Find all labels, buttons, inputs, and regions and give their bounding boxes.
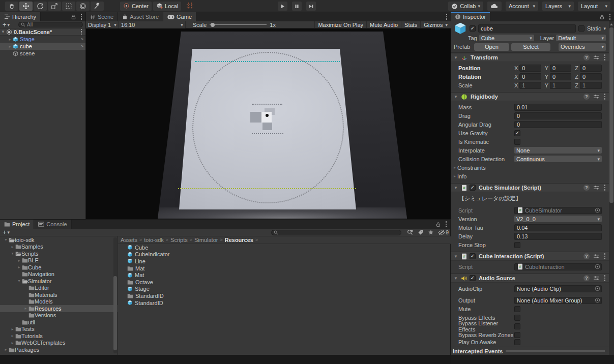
- tree-item-scripts[interactable]: ▾Scripts: [0, 250, 118, 257]
- object-field[interactable]: #CubeInteraction: [514, 263, 602, 270]
- vector-value[interactable]: 0: [550, 73, 571, 80]
- vector-value[interactable]: 1: [519, 82, 541, 89]
- panel-menu-icon[interactable]: [79, 14, 83, 20]
- property-checkbox[interactable]: [514, 339, 520, 345]
- file-item-cube[interactable]: Cube: [118, 244, 451, 251]
- property-row-interpolate[interactable]: InterpolateNone▾: [451, 146, 609, 155]
- property-checkbox[interactable]: [514, 139, 520, 145]
- property-row-scale[interactable]: ScaleX1Y1Z1: [451, 81, 609, 89]
- tree-item-webgltemplates[interactable]: ▸WebGLTemplates: [0, 340, 118, 347]
- vector-field-y[interactable]: Y0: [545, 65, 572, 72]
- tree-scrollbar[interactable]: [113, 237, 117, 353]
- property-row-delay[interactable]: Delay0.13: [451, 232, 609, 240]
- file-item-standardid[interactable]: StandardID: [118, 299, 451, 307]
- component-header-rigidbody[interactable]: ▼Rigidbody?: [451, 92, 609, 101]
- tree-item-tests[interactable]: ▸Tests: [0, 326, 118, 333]
- pause-button[interactable]: [292, 2, 302, 11]
- help-icon[interactable]: ?: [583, 94, 590, 100]
- property-row-motor-tau[interactable]: Motor Tau0.04: [451, 223, 609, 232]
- project-create-button[interactable]: +▾: [3, 230, 10, 235]
- property-row-bypass-listener-effects[interactable]: Bypass Listener Effects: [451, 322, 609, 330]
- vector-field-y[interactable]: Y0: [545, 73, 572, 80]
- tab-asset-store[interactable]: Asset Store: [118, 12, 163, 21]
- scale-slider[interactable]: [210, 24, 267, 25]
- object-field[interactable]: None (Audio Mixer Group): [514, 297, 602, 304]
- expander-icon[interactable]: ▸: [452, 174, 457, 178]
- game-button-stats[interactable]: Stats: [401, 21, 420, 28]
- value-field[interactable]: 0: [514, 112, 602, 119]
- component-header-audio-source[interactable]: ▼✓Audio Source?: [451, 274, 609, 283]
- hierarchy-scene-row[interactable]: ▼0.BasicScene*: [0, 28, 85, 36]
- property-row-play-on-awake[interactable]: Play On Awake: [451, 339, 609, 345]
- property-checkbox[interactable]: [514, 306, 520, 312]
- pivot-local-button[interactable]: Local: [153, 2, 181, 11]
- active-checkbox[interactable]: ✓: [470, 25, 476, 32]
- panel-menu-icon[interactable]: [444, 221, 448, 227]
- hierarchy-item-stage[interactable]: ▸Stage>: [0, 36, 85, 43]
- gameobject-name-field[interactable]: cube: [478, 24, 576, 33]
- expander-icon[interactable]: ▸: [10, 245, 15, 249]
- tree-item-materials[interactable]: Materials: [0, 291, 118, 298]
- component-header-cube-interaction[interactable]: ▼#✓Cube Interaction (Script)?: [451, 252, 609, 261]
- help-icon[interactable]: ?: [583, 275, 590, 281]
- game-viewport[interactable]: [86, 28, 451, 219]
- rect-tool[interactable]: [62, 2, 75, 11]
- custom-tools[interactable]: [91, 2, 104, 11]
- property-row-script[interactable]: Script#CubeSimulator: [451, 206, 609, 215]
- component-enabled-checkbox[interactable]: ✓: [470, 253, 476, 259]
- tab-game[interactable]: Game: [163, 12, 196, 21]
- property-dropdown[interactable]: None▾: [514, 147, 602, 154]
- tab-console[interactable]: Console: [34, 220, 71, 229]
- tab-inspector[interactable]: Inspector: [451, 12, 490, 21]
- breadcrumb-item[interactable]: Scripts: [170, 237, 188, 243]
- tree-item-resources[interactable]: ▸Resources: [0, 305, 118, 312]
- object-field[interactable]: None (Audio Clip): [514, 285, 602, 292]
- cloud-button[interactable]: [487, 2, 502, 11]
- file-item-stage[interactable]: Stage: [118, 286, 451, 293]
- intercepted-events-bar[interactable]: Intercepted Events: [451, 347, 614, 355]
- hierarchy-item-scene[interactable]: scene: [0, 50, 85, 57]
- expander-icon[interactable]: ▸: [16, 258, 22, 263]
- vector-field-x[interactable]: X1: [514, 82, 541, 89]
- property-checkbox[interactable]: [514, 332, 520, 338]
- help-icon[interactable]: ?: [583, 185, 590, 191]
- component-menu-icon[interactable]: [603, 54, 607, 60]
- tab-scene[interactable]: Scene: [86, 12, 118, 21]
- value-field[interactable]: 0.13: [514, 233, 602, 240]
- game-button-mute-audio[interactable]: Mute Audio: [366, 21, 401, 28]
- property-checkbox[interactable]: [514, 323, 520, 329]
- search-by-type-icon[interactable]: [407, 229, 414, 235]
- property-row-bypass-reverb-zones[interactable]: Bypass Reverb Zones: [451, 330, 609, 339]
- file-item-octave[interactable]: Octave: [118, 279, 451, 286]
- tree-item-ble[interactable]: ▸BLE: [0, 257, 118, 264]
- inspector-scrollbar[interactable]: [609, 21, 614, 355]
- lock-icon[interactable]: [71, 14, 76, 20]
- foldout-icon[interactable]: ▼: [453, 55, 459, 60]
- vector-value[interactable]: 1: [550, 82, 571, 89]
- object-field[interactable]: #CubeSimulator: [514, 207, 602, 214]
- component-menu-icon[interactable]: [603, 275, 607, 281]
- tree-item-tutorials[interactable]: ▸Tutorials: [0, 332, 118, 340]
- foldout-icon[interactable]: ▼: [453, 95, 459, 99]
- vector-value[interactable]: 0: [580, 73, 602, 80]
- hand-tool[interactable]: [5, 2, 18, 11]
- tree-item-cube[interactable]: ▸Cube: [0, 264, 118, 271]
- breadcrumb-item[interactable]: Resources: [225, 237, 253, 243]
- inspector-scrollbar-thumb[interactable]: [609, 27, 613, 203]
- property-checkbox[interactable]: [514, 315, 520, 321]
- game-button-gizmos[interactable]: Gizmos▾: [420, 21, 451, 28]
- expander-icon[interactable]: ▸: [10, 333, 15, 338]
- value-field[interactable]: 0.04: [514, 224, 602, 231]
- object-picker-icon[interactable]: [595, 297, 600, 303]
- property-row-collision-detection[interactable]: Collision DetectionContinuous▾: [451, 155, 609, 163]
- vector-field-z[interactable]: Z1: [575, 82, 602, 89]
- foldout-icon[interactable]: ▼: [453, 254, 459, 259]
- file-item-line[interactable]: Line: [118, 258, 451, 265]
- static-checkbox[interactable]: [578, 25, 584, 32]
- project-search-input[interactable]: [271, 230, 401, 235]
- account-dropdown[interactable]: Account ▾: [506, 2, 538, 11]
- collab-button[interactable]: Collab ▾: [448, 2, 483, 11]
- property-row-mute[interactable]: Mute: [451, 305, 609, 313]
- object-picker-icon[interactable]: [595, 286, 600, 291]
- grid-snap-icon[interactable]: [186, 2, 194, 10]
